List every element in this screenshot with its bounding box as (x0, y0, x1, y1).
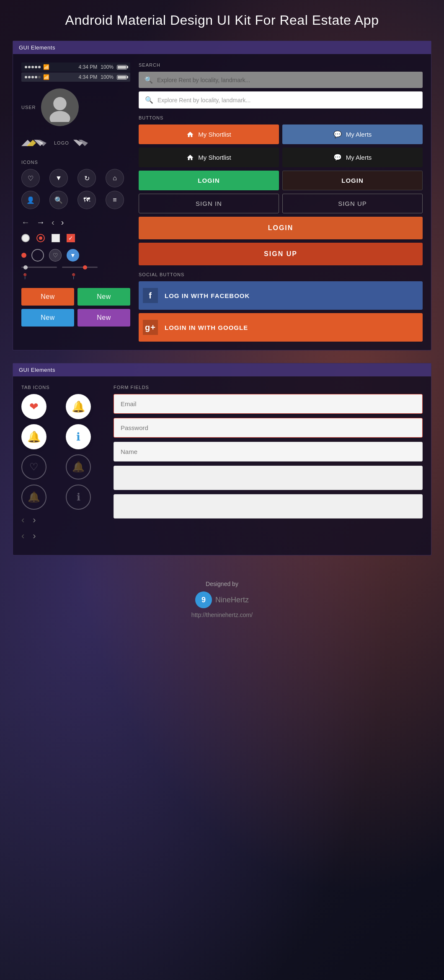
search-input-dark[interactable]: 🔍 Explore Rent by locality, landmark... (139, 72, 423, 88)
svg-point-0 (53, 97, 67, 111)
arrow-right-1[interactable]: → (36, 218, 45, 227)
checkbox-empty[interactable] (52, 234, 60, 242)
slider-row-3: 📍 📍 (21, 273, 130, 280)
sliders-section: ♡ ▼ 📍 📍 (21, 249, 130, 280)
dot (31, 76, 34, 78)
dot (25, 66, 27, 68)
search-placeholder-light: Explore Rent by locality, landmark... (157, 97, 250, 104)
logo-svg (21, 135, 46, 151)
slider-heart-icon[interactable]: ♡ (49, 249, 62, 262)
password-input[interactable] (114, 418, 423, 438)
home-icon-btn[interactable]: ⌂ (106, 169, 124, 187)
chat-icon-2: 💬 (333, 153, 342, 161)
time-display-2: 4:34 PM (79, 74, 98, 80)
checkbox-checked[interactable]: ✓ (67, 234, 75, 242)
new-btn-blue[interactable]: New (21, 309, 74, 327)
new-btn-green[interactable]: New (77, 288, 130, 306)
tab-bell-green-icon[interactable]: 🔔 (21, 424, 46, 449)
range-thumb-2[interactable] (83, 265, 87, 270)
map-pin-2: 📍 (70, 273, 77, 280)
logo-svg-2 (73, 135, 98, 151)
search-icon-btn[interactable]: 🔍 (49, 191, 68, 209)
nav-chevron-right-2[interactable]: › (33, 531, 36, 542)
sign-up-btn-orange-full[interactable]: SIGN UP (139, 243, 423, 265)
gui-panel-header-1: GUI Elements (13, 41, 431, 54)
status-bar-1: 📶 4:34 PM 100% (21, 62, 130, 72)
dot (31, 66, 34, 68)
buttons-label: BUTTONS (139, 115, 423, 120)
avatar-svg (45, 93, 75, 122)
heart-icon-btn[interactable]: ♡ (21, 169, 40, 187)
nav-chevron-right-1[interactable]: › (33, 515, 36, 526)
nav-row-dark-1: ‹ › (21, 515, 105, 526)
arrow-left-1[interactable]: ← (21, 218, 30, 227)
sign-in-btn[interactable]: SIGN IN (139, 194, 279, 213)
login-btn-orange-full[interactable]: LOGIN (139, 217, 423, 239)
facebook-login-btn[interactable]: f LOG IN WITH FACEBOOK (139, 281, 423, 310)
login-btn-green[interactable]: LOGIN (139, 171, 279, 190)
range-thumb-1[interactable] (23, 265, 28, 270)
slider-dot-1 (21, 253, 26, 258)
my-shortlist-btn-2[interactable]: My Shortlist (139, 148, 279, 167)
list-icon-btn[interactable]: ≡ (106, 191, 124, 209)
tab-bell-outline-2-icon[interactable]: 🔔 (21, 485, 46, 510)
arrow-left-2[interactable]: ‹ (52, 218, 54, 227)
slider-circle (31, 249, 44, 262)
footer-designed-by: Designed by (8, 581, 436, 587)
tab-heart-outline-icon[interactable]: ♡ (21, 454, 46, 480)
email-input[interactable] (114, 394, 423, 414)
left-column: 📶 4:34 PM 100% (21, 62, 130, 342)
slider-row-2 (21, 267, 130, 268)
gui-panel-2: GUI Elements TAB ICONS ❤ 🔔 🔔 ℹ ♡ 🔔 🔔 ℹ ‹… (13, 363, 431, 555)
slider-filter-icon[interactable]: ▼ (67, 249, 79, 262)
my-alerts-btn-1[interactable]: 💬 My Alerts (282, 124, 423, 144)
name-input[interactable] (114, 442, 423, 461)
map-pin-1: 📍 (21, 273, 28, 280)
social-label: SOCIAL BUTTONS (139, 272, 423, 277)
my-shortlist-btn-1[interactable]: My Shortlist (139, 124, 279, 144)
range-track-1[interactable] (21, 267, 57, 268)
battery-icon-1 (117, 65, 127, 70)
sign-up-btn[interactable]: SIGN UP (282, 194, 423, 213)
person-icon-btn[interactable]: 👤 (21, 191, 40, 209)
slider-row-1: ♡ ▼ (21, 249, 130, 262)
nav-arrows: ← → ‹ › (21, 218, 130, 227)
page-title: Android Material Design UI Kit For Real … (0, 0, 444, 36)
tab-info-icon[interactable]: ℹ (66, 424, 91, 449)
map-icon-btn[interactable]: 🗺 (77, 191, 96, 209)
tab-heart-icon[interactable]: ❤ (21, 394, 46, 419)
new-btn-purple[interactable]: New (77, 309, 130, 327)
filter-icon-btn[interactable]: ▼ (49, 169, 68, 187)
nav-chevron-left-2[interactable]: ‹ (21, 531, 24, 542)
form-fields-label: FORM FIELDS (114, 385, 423, 390)
new-btn-orange[interactable]: New (21, 288, 74, 306)
login-btn-dark[interactable]: LOGIN (282, 171, 423, 190)
nav-row-dark-2: ‹ › (21, 531, 105, 542)
empty-field-2 (114, 494, 423, 519)
arrow-right-2[interactable]: › (61, 218, 64, 227)
gui-panel-1: GUI Elements 📶 (13, 41, 431, 350)
google-login-btn[interactable]: g+ LOGIN IN WITH GOOGLE (139, 313, 423, 342)
right-column: SEARCH 🔍 Explore Rent by locality, landm… (139, 62, 423, 342)
icons-grid: ♡ ▼ ↻ ⌂ 👤 🔍 🗺 ≡ (21, 169, 130, 209)
search-input-light[interactable]: 🔍 Explore Rent by locality, landmark... (139, 91, 423, 109)
tab-bell-outline-icon[interactable]: 🔔 (66, 454, 91, 480)
time-display-1: 4:34 PM (79, 64, 98, 70)
range-track-2[interactable] (62, 267, 98, 268)
signal-dots-1 (25, 66, 41, 68)
wifi-icon-2: 📶 (43, 74, 49, 80)
battery-icon-2 (117, 75, 127, 80)
my-alerts-btn-2[interactable]: 💬 My Alerts (282, 148, 423, 167)
tab-info-outline-icon[interactable]: ℹ (66, 485, 91, 510)
home-icon-black (186, 154, 194, 161)
radio-empty[interactable] (21, 234, 30, 242)
new-buttons-section: New New New New (21, 288, 130, 327)
radio-filled[interactable] (36, 234, 45, 242)
icons-label: ICONS (21, 160, 130, 165)
tab-icons-active-grid: ❤ 🔔 🔔 ℹ (21, 394, 105, 449)
refresh-icon-btn[interactable]: ↻ (77, 169, 96, 187)
nav-chevron-left-1[interactable]: ‹ (21, 515, 24, 526)
dot (38, 76, 41, 78)
tab-bell-blue-icon[interactable]: 🔔 (66, 394, 91, 419)
footer-url[interactable]: http://theninehertz.com/ (8, 612, 436, 618)
